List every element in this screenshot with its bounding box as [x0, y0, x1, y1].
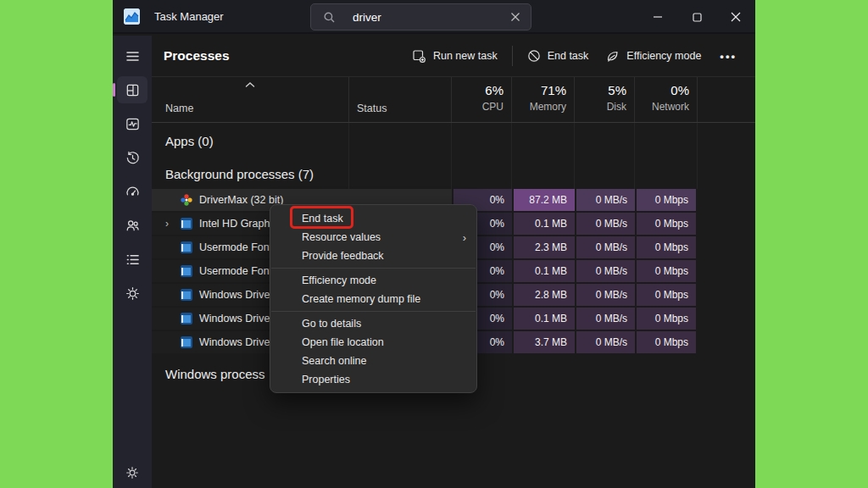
- more-options-button[interactable]: •••: [709, 47, 747, 66]
- process-name: Intel HD Graphi: [199, 218, 272, 230]
- process-name: Usermode Font: [199, 241, 272, 253]
- disk-cell: 0 MB/s: [575, 260, 635, 282]
- menu-item-open-file-location[interactable]: Open file location: [270, 333, 476, 352]
- search-icon: [323, 11, 336, 24]
- disk-cell: 0 MB/s: [575, 189, 635, 211]
- network-cell: 0 Mbps: [635, 189, 698, 211]
- search-clear-icon[interactable]: [510, 12, 520, 22]
- window-title: Task Manager: [154, 10, 224, 23]
- process-name: Usermode Font: [199, 265, 272, 277]
- menu-item-create-memory-dump-file[interactable]: Create memory dump file: [270, 290, 476, 308]
- group-header-apps[interactable]: Apps (0): [152, 123, 755, 158]
- context-menu: End task Resource values › Provide feedb…: [270, 204, 477, 393]
- group-header-background-processes[interactable]: Background processes (7): [152, 158, 755, 189]
- app-window-icon: [181, 218, 192, 230]
- menu-item-go-to-details[interactable]: Go to details: [270, 314, 476, 333]
- sidebar-item-processes[interactable]: [117, 76, 147, 103]
- gauge-icon: [125, 184, 141, 200]
- column-header-disk[interactable]: 5% Disk: [575, 77, 635, 122]
- window-controls: [638, 0, 755, 34]
- processes-toolbar: Processes Run new task End task: [152, 36, 755, 76]
- titlebar[interactable]: Task Manager driver: [113, 0, 755, 34]
- process-name: Windows Driver: [199, 313, 274, 324]
- efficiency-mode-label: Efficiency mode: [626, 50, 701, 62]
- menu-item-resource-values[interactable]: Resource values ›: [270, 228, 476, 247]
- app-window-icon: [181, 241, 192, 253]
- task-manager-app-icon: [124, 8, 140, 25]
- selected-accent-pill: [113, 83, 115, 97]
- app-window-icon: [181, 313, 192, 324]
- sidebar-menu-button[interactable]: [117, 42, 147, 69]
- disk-cell: 0 MB/s: [575, 284, 635, 306]
- disk-cell: 0 MB/s: [575, 236, 635, 258]
- sidebar-item-startup-apps[interactable]: [117, 178, 147, 205]
- minimize-button[interactable]: [638, 0, 677, 34]
- memory-cell: 2.3 MB: [512, 236, 575, 258]
- maximize-button[interactable]: [677, 0, 716, 34]
- memory-cell: 3.7 MB: [512, 331, 575, 353]
- run-new-task-label: Run new task: [433, 50, 498, 62]
- memory-cell: 0.1 MB: [512, 308, 575, 330]
- end-task-label: End task: [548, 50, 589, 62]
- end-task-button[interactable]: End task: [519, 44, 598, 68]
- close-button[interactable]: [716, 0, 755, 34]
- cog-icon: [125, 286, 141, 302]
- end-task-icon: [527, 49, 541, 63]
- network-cell: 0 Mbps: [635, 308, 698, 330]
- process-name: DriverMax (32 bit): [199, 194, 283, 206]
- run-new-task-button[interactable]: Run new task: [403, 44, 506, 69]
- processes-icon: [125, 82, 141, 98]
- network-cell: 0 Mbps: [635, 260, 698, 282]
- page-title: Processes: [164, 48, 230, 64]
- menu-separator: [271, 311, 476, 312]
- sidebar-item-details[interactable]: [117, 246, 147, 273]
- sidebar-settings-button[interactable]: [113, 465, 152, 480]
- network-cell: 0 Mbps: [635, 284, 698, 306]
- performance-icon: [125, 116, 141, 132]
- menu-item-search-online[interactable]: Search online: [270, 352, 476, 370]
- chevron-up-icon: [245, 81, 256, 88]
- menu-item-properties[interactable]: Properties: [270, 370, 476, 389]
- sidebar: [113, 36, 152, 488]
- sidebar-item-performance[interactable]: [117, 110, 147, 137]
- app-window-icon: [181, 265, 192, 277]
- table-header: Name Status 6% CPU 71% Memory 5% Disk 0%…: [152, 76, 755, 123]
- chevron-right-icon[interactable]: ›: [165, 218, 181, 230]
- leaf-icon: [605, 49, 620, 64]
- app-window-icon: [181, 336, 192, 348]
- column-header-cpu[interactable]: 6% CPU: [452, 77, 512, 122]
- users-icon: [125, 218, 141, 234]
- sidebar-item-app-history[interactable]: [117, 144, 147, 171]
- process-name: Windows Driver: [199, 289, 274, 301]
- efficiency-mode-button[interactable]: Efficiency mode: [597, 44, 709, 69]
- menu-item-provide-feedback[interactable]: Provide feedback: [270, 247, 476, 265]
- memory-cell: 2.8 MB: [512, 284, 575, 306]
- search-value: driver: [353, 11, 510, 24]
- network-cell: 0 Mbps: [635, 213, 698, 235]
- gear-icon: [125, 465, 140, 480]
- toolbar-divider: [512, 46, 513, 66]
- disk-cell: 0 MB/s: [575, 213, 635, 235]
- hamburger-icon: [125, 48, 141, 64]
- run-new-task-icon: [412, 49, 426, 64]
- annotation-end-task-highlight: [290, 206, 353, 229]
- sidebar-item-users[interactable]: [117, 212, 147, 239]
- column-header-memory[interactable]: 71% Memory: [512, 77, 575, 122]
- column-header-network[interactable]: 0% Network: [635, 77, 698, 122]
- column-header-name[interactable]: Name: [152, 77, 349, 122]
- process-name: Windows Driver: [199, 336, 274, 348]
- column-header-status[interactable]: Status: [349, 77, 452, 122]
- disk-cell: 0 MB/s: [575, 308, 635, 330]
- memory-cell: 87.2 MB: [512, 189, 575, 211]
- memory-cell: 0.1 MB: [512, 260, 575, 282]
- app-window-icon: [181, 289, 192, 301]
- menu-item-efficiency-mode[interactable]: Efficiency mode: [270, 271, 476, 290]
- sidebar-item-services[interactable]: [117, 280, 147, 307]
- search-input[interactable]: driver: [310, 3, 531, 30]
- network-cell: 0 Mbps: [635, 236, 698, 258]
- network-cell: 0 Mbps: [635, 331, 698, 353]
- disk-cell: 0 MB/s: [575, 331, 635, 353]
- menu-separator: [271, 268, 476, 269]
- history-icon: [125, 150, 141, 166]
- memory-cell: 0.1 MB: [512, 213, 575, 235]
